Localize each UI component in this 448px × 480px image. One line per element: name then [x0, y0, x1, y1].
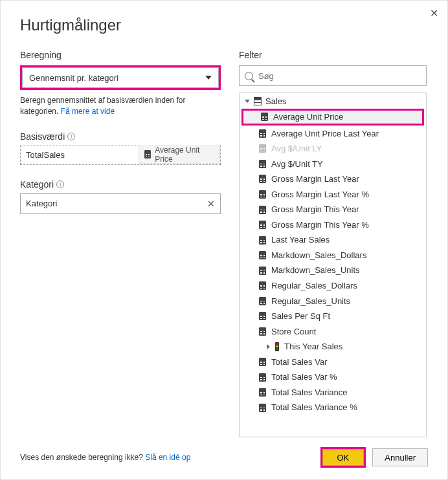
field-item[interactable]: Avg $/Unit LY	[240, 141, 426, 157]
search-box[interactable]	[239, 65, 427, 86]
search-icon	[245, 72, 253, 80]
info-icon[interactable]: i	[56, 180, 64, 188]
ok-button[interactable]: OK	[322, 449, 364, 466]
field-item-label: Markdown_Sales_Dollars	[271, 250, 366, 261]
chevron-down-icon	[245, 100, 250, 103]
field-item-label: Regular_Sales_Dollars	[271, 280, 357, 292]
kpi-icon	[275, 342, 279, 351]
measure-icon	[259, 175, 266, 183]
field-item[interactable]: Gross Margin This Year	[240, 202, 426, 217]
measure-icon	[259, 236, 266, 245]
calculation-label: Beregning	[20, 50, 221, 60]
calculation-description: Beregn gennemsnittet af basisværdien ind…	[20, 95, 221, 117]
field-item[interactable]: Regular_Sales_Units	[240, 294, 426, 309]
base-value-text: TotalSales	[26, 150, 65, 160]
drag-ghost: Average Unit Price	[139, 146, 220, 164]
quick-measures-dialog: ✕ Hurtigmålinger Beregning Gennemsnit pr…	[0, 0, 448, 480]
cancel-button[interactable]: Annuller	[372, 448, 428, 466]
field-item[interactable]: Markdown_Sales_Dollars	[240, 248, 426, 263]
field-item[interactable]: Total Sales Var	[240, 355, 426, 370]
base-value-label-text: Basisværdi	[20, 131, 65, 142]
measure-icon	[259, 206, 266, 214]
measure-icon	[259, 404, 266, 412]
category-label: Kategori i	[20, 179, 221, 190]
field-item-label: This Year Sales	[284, 341, 342, 353]
field-item[interactable]: Last Year Sales	[240, 232, 426, 248]
field-item[interactable]: Gross Margin Last Year %	[240, 187, 426, 202]
footer-buttons: OK Annuller	[320, 447, 429, 468]
drag-ghost-label: Average Unit Price	[155, 146, 214, 164]
category-label-text: Kategori	[20, 179, 54, 190]
category-well[interactable]: Kategori ✕	[20, 193, 221, 214]
search-input[interactable]	[258, 71, 421, 81]
field-item[interactable]: Gross Margin Last Year	[240, 171, 426, 187]
field-item[interactable]: Total Sales Variance	[240, 385, 426, 400]
fields-tree[interactable]: Sales Average Unit PriceAverage Unit Pri…	[239, 93, 427, 437]
field-item-label: Sales Per Sq Ft	[271, 311, 330, 322]
table-node[interactable]: Sales	[240, 93, 426, 109]
close-icon[interactable]: ✕	[430, 7, 438, 19]
field-item[interactable]: Gross Margin This Year %	[240, 217, 426, 233]
field-item-label: Avg $/Unit TY	[271, 158, 323, 170]
measure-icon	[259, 190, 266, 199]
field-item-label: Regular_Sales_Units	[271, 296, 350, 307]
field-item-label: Gross Margin This Year %	[271, 219, 369, 231]
chevron-down-icon	[205, 76, 212, 80]
dialog-title: Hurtigmålinger	[20, 16, 428, 34]
footer-text: Vises den ønskede beregning ikke? Slå en…	[20, 453, 190, 462]
field-item[interactable]: Store Count	[240, 324, 426, 340]
measure-icon	[259, 267, 266, 275]
base-value-well[interactable]: TotalSales Average Unit Price	[20, 146, 221, 165]
field-item[interactable]: Total Sales Variance %	[240, 400, 426, 415]
field-item[interactable]: Avg $/Unit TY	[240, 157, 426, 172]
field-item-label: Markdown_Sales_Units	[271, 265, 360, 276]
field-item[interactable]: Sales Per Sq Ft	[240, 309, 426, 324]
field-item[interactable]: Total Sales Var %	[240, 369, 426, 385]
measure-icon	[259, 160, 266, 168]
field-item-label: Total Sales Var %	[271, 371, 337, 383]
base-value-group: Basisværdi i TotalSales Average Unit Pri…	[20, 131, 221, 165]
field-item[interactable]: Regular_Sales_Dollars	[240, 278, 426, 294]
measure-icon	[259, 129, 266, 138]
calculation-select[interactable]: Gennemsnit pr. kategori	[22, 67, 219, 88]
field-item-label: Last Year Sales	[271, 234, 330, 246]
field-item[interactable]: Average Unit Price Last Year	[240, 126, 426, 142]
measure-icon	[259, 373, 266, 382]
measure-icon	[259, 312, 266, 320]
field-item-label: Total Sales Variance	[271, 387, 348, 398]
field-item-label: Average Unit Price	[273, 111, 343, 123]
field-item-label: Average Unit Price Last Year	[271, 128, 379, 140]
field-item[interactable]: This Year Sales	[240, 339, 426, 355]
field-item-label: Gross Margin This Year	[271, 204, 359, 215]
learn-more-link[interactable]: Få mere at vide	[61, 107, 115, 116]
field-item[interactable]: Average Unit Price	[241, 109, 424, 125]
base-value-label: Basisværdi i	[20, 131, 221, 142]
measure-icon	[259, 221, 266, 229]
category-value: Kategori	[26, 199, 57, 208]
calculation-select-highlight: Gennemsnit pr. kategori	[20, 65, 221, 90]
ok-button-highlight: OK	[320, 447, 366, 468]
field-item-label: Total Sales Var	[271, 356, 327, 368]
measure-icon	[261, 113, 268, 121]
measure-icon	[259, 297, 266, 305]
table-name: Sales	[265, 96, 287, 106]
clear-icon[interactable]: ✕	[207, 199, 215, 209]
fields-label: Felter	[239, 50, 427, 60]
measure-icon	[259, 281, 266, 290]
chevron-right-icon	[267, 344, 270, 349]
field-item-label: Total Sales Variance %	[271, 402, 357, 413]
field-item[interactable]: Markdown_Sales_Units	[240, 263, 426, 278]
calculation-select-value: Gennemsnit pr. kategori	[29, 73, 118, 83]
field-item-label: Gross Margin Last Year	[271, 173, 359, 185]
suggest-idea-link[interactable]: Slå en idé op	[145, 453, 190, 462]
table-icon	[254, 97, 262, 105]
field-item-label: Store Count	[271, 326, 316, 338]
category-group: Kategori i Kategori ✕	[20, 179, 221, 214]
measure-icon	[259, 358, 266, 366]
field-item-label: Gross Margin Last Year %	[271, 189, 369, 201]
footer-text-content: Vises den ønskede beregning ikke?	[20, 453, 145, 462]
info-icon[interactable]: i	[67, 133, 75, 140]
field-item-label: Avg $/Unit LY	[271, 143, 322, 155]
right-pane: Felter Sales Average Unit PriceAverage U…	[239, 50, 427, 437]
measure-icon	[259, 251, 266, 259]
